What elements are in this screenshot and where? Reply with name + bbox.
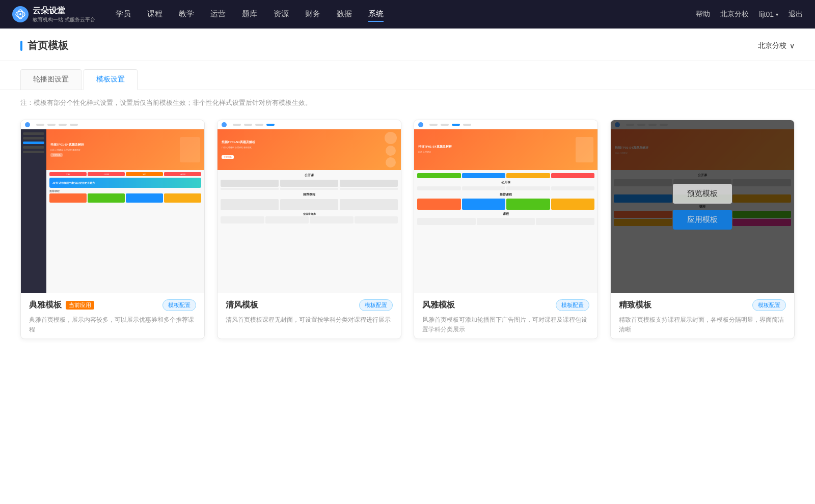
page-title-bar bbox=[20, 41, 22, 51]
template-preview-classic: 托福TP01-S4真题及解析 口语 心理建议 心理研究 邀请朋友 立即报名 bbox=[21, 120, 204, 293]
config-badge-qingfeng[interactable]: 模板配置 bbox=[359, 299, 393, 311]
template-card-qingfeng: 托福TP01-S4真题及解析 口语 心理建议 心理研究 邀请朋友 立即报名 公开… bbox=[217, 120, 401, 339]
logo-icon bbox=[12, 6, 29, 22]
config-badge-classic[interactable]: 模板配置 bbox=[162, 299, 196, 311]
nav-item-students[interactable]: 学员 bbox=[116, 7, 131, 22]
template-name-row-qingfeng: 清风模板 模板配置 bbox=[226, 299, 393, 311]
nav-item-resources[interactable]: 资源 bbox=[274, 7, 289, 22]
branch-selector[interactable]: 北京分校 ∨ bbox=[758, 41, 795, 50]
page-title-wrapper: 首页模板 bbox=[20, 39, 68, 52]
template-name-qingfeng: 清风模板 bbox=[226, 300, 258, 311]
svg-point-2 bbox=[19, 13, 21, 15]
main-content: 首页模板 北京分校 ∨ 轮播图设置 模板设置 注：模板有部分个性化样式设置，设置… bbox=[0, 29, 815, 504]
template-footer-jingzhi: 精致模板 模板配置 精致首页模板支持课程展示封面，各模板分隔明显，界面简洁清晰 bbox=[611, 293, 794, 339]
template-preview-qingfeng: 托福TP01-S4真题及解析 口语 心理建议 心理研究 邀请朋友 立即报名 公开… bbox=[218, 120, 401, 293]
tab-carousel[interactable]: 轮播图设置 bbox=[20, 69, 82, 90]
nav-item-courses[interactable]: 课程 bbox=[147, 7, 162, 22]
template-name-row-classic: 典雅模板 当前应用 模板配置 bbox=[29, 299, 196, 311]
user-dropdown[interactable]: lijt01 ▾ bbox=[759, 10, 778, 18]
template-preview-jingzhi: 托福TP01-S4真题及解析 口语 心理建议 公开课 推荐课程 bbox=[611, 120, 794, 293]
page-title: 首页模板 bbox=[28, 39, 68, 52]
template-desc-fengya: 风雅首页模板可添加轮播图下广告图片，可对课程及课程包设置学科分类展示 bbox=[422, 315, 589, 334]
logo-text: 云朵设堂 教育机构一站 式服务云平台 bbox=[33, 6, 95, 23]
template-footer-classic: 典雅模板 当前应用 模板配置 典雅首页模板，展示内容较多，可以展示优惠券和多个推… bbox=[21, 293, 204, 339]
current-badge-classic: 当前应用 bbox=[66, 301, 94, 310]
template-name-classic: 典雅模板 bbox=[29, 300, 62, 311]
template-footer-qingfeng: 清风模板 模板配置 清风首页模板课程无封面，可设置按学科分类对课程进行展示 bbox=[218, 293, 401, 329]
branch-label[interactable]: 北京分校 bbox=[720, 10, 749, 19]
jingzhi-overlay: 预览模板 应用模板 bbox=[611, 120, 794, 293]
nav-item-data[interactable]: 数据 bbox=[337, 7, 352, 22]
template-preview-fengya: 托福TP01-S4真题及解析 口语 心理建议 公开课 bbox=[414, 120, 597, 293]
notice-bar: 注：模板有部分个性化样式设置，设置后仅当前模板生效；非个性化样式设置后针对所有模… bbox=[0, 90, 815, 116]
template-name-jingzhi: 精致模板 bbox=[619, 300, 651, 311]
template-card-fengya: 托福TP01-S4真题及解析 口语 心理建议 公开课 bbox=[414, 120, 598, 339]
template-desc-qingfeng: 清风首页模板课程无封面，可设置按学科分类对课程进行展示 bbox=[226, 315, 393, 325]
template-desc-classic: 典雅首页模板，展示内容较多，可以展示优惠券和多个推荐课程 bbox=[29, 315, 196, 334]
config-badge-jingzhi[interactable]: 模板配置 bbox=[752, 299, 786, 311]
chevron-down-icon: ▾ bbox=[776, 12, 778, 17]
template-name-fengya: 风雅模板 bbox=[422, 300, 455, 311]
template-name-row-jingzhi: 精致模板 模板配置 bbox=[619, 299, 786, 311]
nav-item-system[interactable]: 系统 bbox=[368, 7, 384, 22]
logout-link[interactable]: 退出 bbox=[789, 10, 803, 19]
nav-item-teaching[interactable]: 教学 bbox=[179, 7, 194, 22]
tabs-container: 轮播图设置 模板设置 bbox=[0, 61, 815, 90]
nav-item-questions[interactable]: 题库 bbox=[242, 7, 257, 22]
template-card-classic: 托福TP01-S4真题及解析 口语 心理建议 心理研究 邀请朋友 立即报名 bbox=[20, 120, 205, 339]
tab-template[interactable]: 模板设置 bbox=[84, 69, 138, 90]
config-badge-fengya[interactable]: 模板配置 bbox=[556, 299, 589, 311]
template-desc-jingzhi: 精致首页模板支持课程展示封面，各模板分隔明显，界面简洁清晰 bbox=[619, 315, 786, 334]
branch-chevron-icon: ∨ bbox=[790, 42, 795, 50]
template-name-row-fengya: 风雅模板 模板配置 bbox=[422, 299, 589, 311]
template-card-jingzhi: 托福TP01-S4真题及解析 口语 心理建议 公开课 推荐课程 bbox=[610, 120, 795, 339]
preview-jingzhi-button[interactable]: 预览模板 bbox=[673, 184, 732, 204]
apply-jingzhi-button[interactable]: 应用模板 bbox=[673, 210, 732, 230]
template-footer-fengya: 风雅模板 模板配置 风雅首页模板可添加轮播图下广告图片，可对课程及课程包设置学科… bbox=[414, 293, 597, 339]
help-link[interactable]: 帮助 bbox=[696, 10, 710, 19]
page-header: 首页模板 北京分校 ∨ bbox=[0, 29, 815, 61]
logo: 云朵设堂 教育机构一站 式服务云平台 bbox=[12, 6, 95, 23]
navbar-right: 帮助 北京分校 lijt01 ▾ 退出 bbox=[696, 10, 803, 19]
navbar-menu: 学员 课程 教学 运营 题库 资源 财务 数据 系统 bbox=[116, 7, 696, 22]
templates-grid: 托福TP01-S4真题及解析 口语 心理建议 心理研究 邀请朋友 立即报名 bbox=[0, 116, 815, 359]
nav-item-operations[interactable]: 运营 bbox=[210, 7, 226, 22]
navbar: 云朵设堂 教育机构一站 式服务云平台 学员 课程 教学 运营 题库 资源 财务 … bbox=[0, 0, 815, 29]
nav-item-finance[interactable]: 财务 bbox=[305, 7, 320, 22]
